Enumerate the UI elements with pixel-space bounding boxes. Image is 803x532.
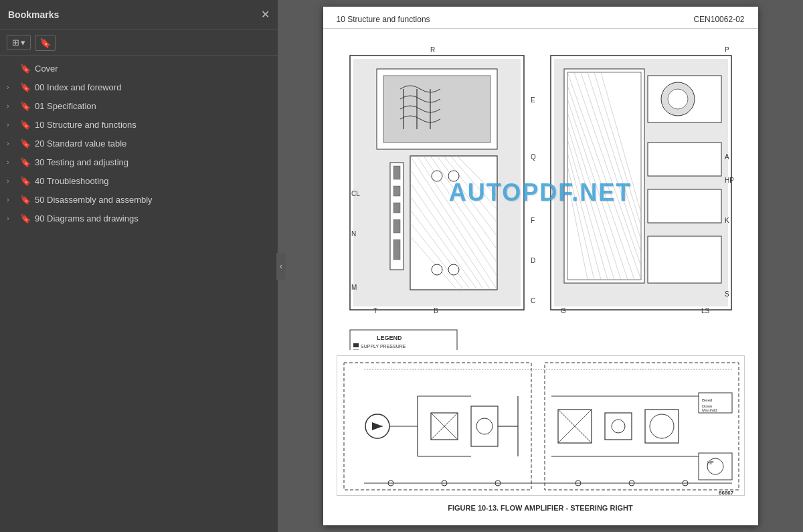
sidebar-item-40[interactable]: ›🔖40 Troubleshooting xyxy=(0,171,278,190)
svg-text:Bleed: Bleed xyxy=(702,398,712,402)
svg-point-29 xyxy=(432,171,442,181)
diagram-area: R P A HP K S Q E F D C N CL M T B G xyxy=(337,35,745,350)
sidebar-toolbar: ⊞ ▾ 🔖 xyxy=(0,29,278,56)
bookmark-item-label: 90 Diagrams and drawings xyxy=(35,213,139,224)
sidebar-item-90[interactable]: ›🔖90 Diagrams and drawings xyxy=(0,209,278,228)
svg-rect-121 xyxy=(699,453,732,480)
svg-point-32 xyxy=(448,264,459,275)
svg-point-30 xyxy=(448,171,459,181)
figure-caption: FIGURE 10-13. FLOW AMPLIFIER - STEERING … xyxy=(448,504,632,512)
page-header: 10 Structure and functions CEN10062-02 xyxy=(323,7,758,29)
svg-text:86867: 86867 xyxy=(719,490,734,496)
page-container: 10 Structure and functions CEN10062-02 xyxy=(323,7,758,525)
expand-collapse-button[interactable]: ⊞ ▾ xyxy=(7,35,31,50)
svg-text:F: F xyxy=(531,217,535,224)
svg-rect-11 xyxy=(393,203,400,213)
expand-arrow-icon: › xyxy=(7,177,16,185)
expand-icon: ⊞ xyxy=(12,37,19,48)
sidebar-item-30[interactable]: ›🔖30 Testing and adjusting xyxy=(0,153,278,171)
bookmark-ribbon-icon: 🔖 xyxy=(20,139,31,149)
svg-rect-81 xyxy=(353,343,359,347)
svg-text:HP: HP xyxy=(725,177,734,184)
svg-text:LS: LS xyxy=(701,307,710,315)
sidebar-header: Bookmarks ✕ xyxy=(0,0,278,29)
svg-rect-9 xyxy=(393,166,400,179)
svg-rect-12 xyxy=(393,219,400,233)
close-button[interactable]: ✕ xyxy=(261,9,270,20)
svg-text:E: E xyxy=(531,96,535,104)
svg-text:R: R xyxy=(430,46,435,54)
svg-text:LEGEND: LEGEND xyxy=(377,335,402,341)
svg-rect-10 xyxy=(393,186,400,196)
bookmark-item-label: 10 Structure and functions xyxy=(35,120,137,130)
page-body: R P A HP K S Q E F D C N CL M T B G xyxy=(323,29,758,519)
svg-text:Manifold: Manifold xyxy=(702,408,717,412)
svg-text:Q: Q xyxy=(531,153,536,161)
bookmark-ribbon-icon: 🔖 xyxy=(20,176,31,186)
svg-text:N: N xyxy=(351,230,356,238)
main-content: 10 Structure and functions CEN10062-02 xyxy=(278,0,803,532)
page-header-right: CEN10062-02 xyxy=(693,15,744,24)
bookmark-ribbon-icon: 🔖 xyxy=(20,120,31,130)
bookmark-ribbon-icon: 🔖 xyxy=(20,101,31,111)
svg-point-31 xyxy=(432,264,442,275)
svg-text:C: C xyxy=(531,297,535,304)
svg-text:P: P xyxy=(725,46,729,54)
svg-text:HP: HP xyxy=(707,460,714,465)
bookmark-add-button[interactable]: 🔖 xyxy=(35,35,56,51)
expand-arrow-icon: › xyxy=(7,83,16,91)
svg-rect-52 xyxy=(648,189,721,223)
bookmark-icon: 🔖 xyxy=(39,37,51,48)
bookmark-item-label: Cover xyxy=(35,64,58,74)
svg-rect-13 xyxy=(393,240,400,260)
collapse-handle[interactable]: ‹ xyxy=(276,253,286,280)
bookmark-item-label: 30 Testing and adjusting xyxy=(35,157,128,167)
svg-rect-104 xyxy=(471,406,498,446)
sidebar-item-20[interactable]: ›🔖20 Standard value table xyxy=(0,134,278,153)
svg-rect-113 xyxy=(605,413,632,440)
svg-point-55 xyxy=(668,89,688,109)
svg-text:D: D xyxy=(531,257,535,264)
sidebar-item-cover[interactable]: 🔖Cover xyxy=(0,59,278,78)
expand-arrow-icon: › xyxy=(7,139,16,147)
bookmark-ribbon-icon: 🔖 xyxy=(20,213,31,224)
bookmark-ribbon-icon: 🔖 xyxy=(20,195,31,205)
bookmark-item-label: 40 Troubleshooting xyxy=(35,176,109,186)
bookmark-item-label: 00 Index and foreword xyxy=(35,82,121,92)
expand-arrow-icon: › xyxy=(7,195,16,203)
svg-text:B: B xyxy=(434,307,438,315)
svg-text:G: G xyxy=(561,307,566,315)
sidebar-item-10[interactable]: ›🔖10 Structure and functions xyxy=(0,115,278,134)
svg-rect-4 xyxy=(383,76,490,143)
sidebar-item-50[interactable]: ›🔖50 Disassembly and assembly xyxy=(0,190,278,209)
collapse-arrow-icon: ‹ xyxy=(280,262,282,271)
schematic-diagram: Bleed Down Manifold HP xyxy=(337,355,745,496)
page-header-left: 10 Structure and functions xyxy=(337,15,430,24)
bookmark-list: 🔖Cover›🔖00 Index and foreword›🔖01 Specif… xyxy=(0,56,278,532)
svg-text:K: K xyxy=(725,217,729,224)
bookmark-ribbon-icon: 🔖 xyxy=(20,64,31,74)
svg-rect-53 xyxy=(648,236,721,283)
mechanical-diagram: R P A HP K S Q E F D C N CL M T B G xyxy=(337,35,745,350)
svg-text:A: A xyxy=(725,153,729,161)
expand-arrow-icon: › xyxy=(7,102,16,110)
expand-arrow-icon: › xyxy=(7,214,16,222)
sidebar: Bookmarks ✕ ⊞ ▾ 🔖 🔖Cover›🔖00 Index and f… xyxy=(0,0,278,532)
svg-text:SUPPLY PRESSURE: SUPPLY PRESSURE xyxy=(361,344,406,349)
sidebar-item-00[interactable]: ›🔖00 Index and foreword xyxy=(0,78,278,96)
svg-text:CL: CL xyxy=(351,190,360,197)
bookmark-ribbon-icon: 🔖 xyxy=(20,82,31,92)
svg-rect-51 xyxy=(648,143,721,176)
sidebar-item-01[interactable]: ›🔖01 Specification xyxy=(0,96,278,115)
sidebar-title: Bookmarks xyxy=(8,9,59,20)
expand-arrow-icon: › xyxy=(7,158,16,166)
bookmark-item-label: 20 Standard value table xyxy=(35,139,126,149)
bookmark-ribbon-icon: 🔖 xyxy=(20,157,31,167)
svg-text:T: T xyxy=(373,307,377,315)
svg-text:M: M xyxy=(351,284,357,291)
bookmark-item-label: 50 Disassembly and assembly xyxy=(35,195,153,205)
bookmark-item-label: 01 Specification xyxy=(35,101,96,111)
chevron-down-icon: ▾ xyxy=(21,37,25,48)
expand-arrow-icon: › xyxy=(7,120,16,128)
svg-text:S: S xyxy=(725,290,729,298)
